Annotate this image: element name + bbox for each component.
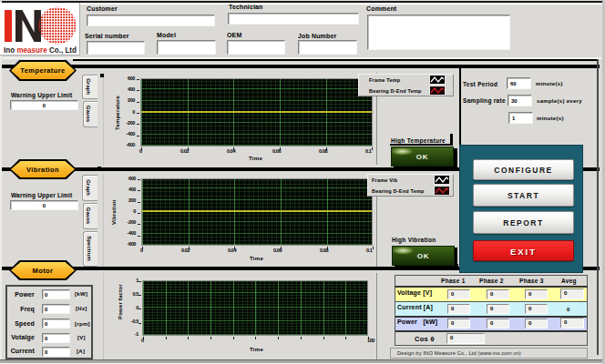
svg-text:Ino measure Co., Ltd: Ino measure Co., Ltd (4, 46, 77, 55)
